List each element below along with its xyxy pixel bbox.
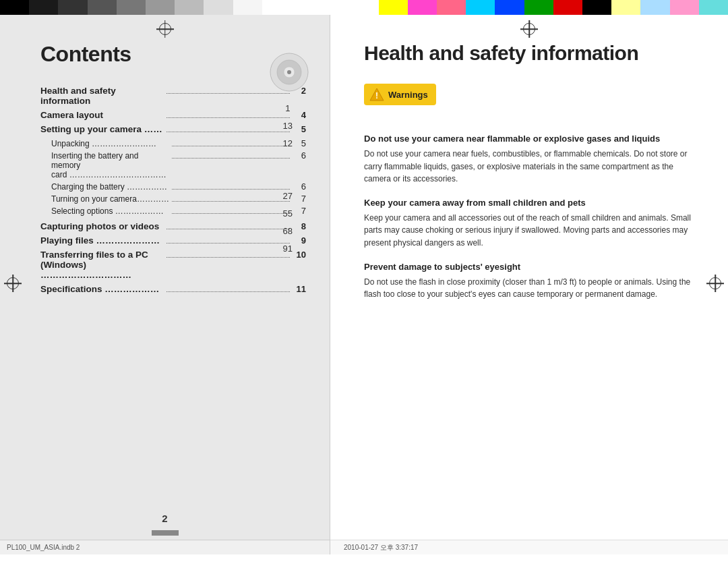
toc-page: 8 bbox=[293, 221, 306, 231]
color-seg-5 bbox=[117, 0, 146, 15]
toc-page: 11 bbox=[293, 284, 306, 294]
color-seg-1 bbox=[0, 0, 29, 15]
color-seg-6 bbox=[146, 0, 175, 15]
toc-label: Inserting the battery and memorycard ………… bbox=[51, 151, 169, 179]
toc-entry-battery-insert: Inserting the battery and memorycard ………… bbox=[40, 150, 306, 179]
toc-entry-selecting: Selecting options ……………… 7 bbox=[40, 206, 306, 216]
toc-page: 7 bbox=[293, 206, 306, 216]
health-safety-title: Health and safety information bbox=[364, 42, 694, 65]
color-seg-y bbox=[379, 0, 408, 15]
color-seg-bk bbox=[582, 0, 611, 15]
toc-label: Unpacking …………………… bbox=[51, 139, 169, 148]
toc-page: 10 bbox=[293, 250, 306, 260]
color-seg-g bbox=[524, 0, 553, 15]
color-seg-lb bbox=[640, 0, 669, 15]
color-seg-4 bbox=[88, 0, 117, 15]
left-page: Contents Health and safety information 2… bbox=[0, 15, 330, 554]
toc-entry-playing: Playing files ………………… 9 bbox=[40, 235, 306, 246]
color-seg-2 bbox=[29, 0, 58, 15]
toc-page: 2 bbox=[293, 86, 306, 96]
bottom-left-text: PL100_UM_ASIA.indb 2 bbox=[7, 544, 80, 551]
rn-1: 1 bbox=[285, 99, 290, 117]
main-content: Contents Health and safety information 2… bbox=[0, 15, 728, 554]
color-seg-8 bbox=[204, 0, 233, 15]
color-seg-3 bbox=[58, 0, 87, 15]
toc-label: Transferring files to a PC(Windows) …………… bbox=[40, 250, 164, 280]
rn-68: 68 bbox=[283, 222, 293, 239]
toc-label: Capturing photos or videos bbox=[40, 221, 164, 231]
section-title-1: Do not use your camera near flammable or… bbox=[364, 134, 694, 144]
reg-mark-top-right bbox=[520, 20, 538, 40]
right-page: Health and safety information ! Warnings… bbox=[330, 15, 728, 554]
toc-right-column: 1 13 12 27 55 68 91 bbox=[283, 99, 293, 257]
toc-entry-camera-layout: Camera layout 4 bbox=[40, 110, 306, 120]
section-title-3: Prevent damage to subjects' eyesight bbox=[364, 262, 694, 272]
warnings-badge: ! Warnings bbox=[364, 84, 436, 105]
color-bar-top bbox=[0, 0, 728, 15]
toc-label: Camera layout bbox=[40, 110, 164, 120]
toc-page: 4 bbox=[293, 110, 306, 120]
warnings-label: Warnings bbox=[388, 90, 428, 100]
section-body-3: Do not use the flash in close proximity … bbox=[364, 276, 694, 301]
toc-entry-capturing: Capturing photos or videos 8 bbox=[40, 221, 306, 231]
toc-label: Playing files ………………… bbox=[40, 235, 164, 246]
color-seg-10 bbox=[262, 0, 291, 15]
toc-label: Selecting options ……………… bbox=[51, 206, 169, 216]
toc-entry-health: Health and safety information 2 bbox=[40, 86, 306, 106]
color-seg-ly bbox=[611, 0, 640, 15]
toc-label: Specifications ……………… bbox=[40, 284, 164, 294]
toc-label: Setting up your camera …… bbox=[40, 124, 164, 134]
toc-label: Health and safety information bbox=[40, 86, 164, 106]
toc-page: 6 bbox=[293, 150, 306, 161]
warning-icon: ! bbox=[369, 87, 384, 102]
section-body-1: Do not use your camera near fuels, combu… bbox=[364, 148, 694, 186]
toc-entry-charging: Charging the battery …………… 6 bbox=[40, 181, 306, 192]
toc-entry-transferring: Transferring files to a PC(Windows) …………… bbox=[40, 250, 306, 280]
color-bar-spacer bbox=[291, 0, 379, 15]
svg-text:!: ! bbox=[375, 91, 378, 101]
toc-page: 9 bbox=[293, 235, 306, 246]
color-seg-b bbox=[495, 0, 524, 15]
toc-entry-turning-on: Turning on your camera………… 7 bbox=[40, 194, 306, 204]
toc-page: 5 bbox=[293, 138, 306, 148]
section-body-2: Keep your camera and all accessories out… bbox=[364, 212, 694, 250]
rn-12: 12 bbox=[283, 134, 293, 152]
bottom-bar-left: PL100_UM_ASIA.indb 2 bbox=[0, 540, 330, 554]
rn-91: 91 bbox=[283, 239, 293, 257]
toc-table: Health and safety information 2 Camera l… bbox=[40, 86, 306, 294]
toc-page: 6 bbox=[293, 181, 306, 192]
rn-27: 27 bbox=[283, 187, 293, 204]
color-seg-rd bbox=[553, 0, 582, 15]
color-seg-7 bbox=[175, 0, 204, 15]
svg-point-3 bbox=[287, 70, 291, 74]
left-page-num-bar bbox=[152, 530, 179, 536]
toc-label: Charging the battery …………… bbox=[51, 182, 169, 192]
toc-entry-unpacking: Unpacking …………………… 5 bbox=[40, 138, 306, 148]
toc-page: 5 bbox=[293, 124, 306, 134]
toc-entry-specs: Specifications ……………… 11 bbox=[40, 284, 306, 294]
color-seg-9 bbox=[233, 0, 262, 15]
left-page-number: 2 bbox=[162, 513, 167, 524]
toc-label: Turning on your camera………… bbox=[51, 194, 169, 204]
reg-mark-right bbox=[706, 275, 724, 295]
section-title-2: Keep your camera away from small childre… bbox=[364, 198, 694, 208]
color-seg-m bbox=[408, 0, 437, 15]
bottom-right-date: 2010-01-27 오후 3:37:17 bbox=[344, 543, 418, 552]
rn-13: 13 bbox=[283, 117, 293, 134]
color-seg-r bbox=[437, 0, 466, 15]
rn-55: 55 bbox=[283, 204, 293, 222]
reg-mark-left bbox=[4, 275, 22, 295]
reg-mark-top bbox=[156, 20, 174, 40]
color-seg-lc bbox=[699, 0, 728, 15]
color-seg-lp bbox=[670, 0, 699, 15]
color-seg-c bbox=[466, 0, 495, 15]
toc-page: 7 bbox=[293, 194, 306, 204]
toc-entry-setup: Setting up your camera …… 5 bbox=[40, 124, 306, 134]
contents-title: Contents bbox=[40, 42, 306, 67]
bottom-bar-right: 2010-01-27 오후 3:37:17 bbox=[330, 540, 728, 554]
